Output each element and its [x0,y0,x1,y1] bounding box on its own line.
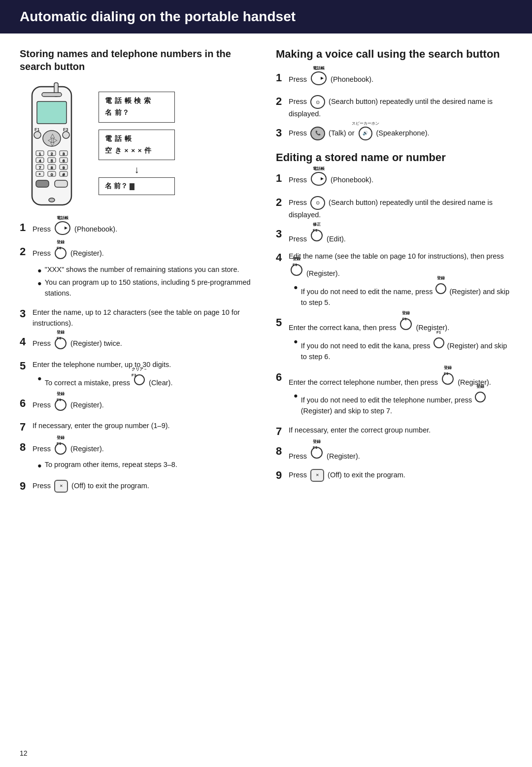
register-icon-8: 登録F1 [55,441,66,458]
svg-point-7 [63,132,69,138]
register-icon-e4b [435,283,446,294]
svg-text:4: 4 [39,159,41,163]
svg-text:9: 9 [63,166,65,170]
editing-section: Editing a stored name or number 1 Press … [276,151,512,482]
svg-text:0: 0 [51,172,53,177]
left-step-6: 6 Press 登録F1 (Register). [20,397,256,414]
svg-text:3: 3 [63,152,65,156]
off-icon-right-9: ✕ [310,469,324,482]
editing-section-title: Editing a stored name or number [276,151,512,164]
handset-area: F1 F3 △ ◁ ▷ ▽ 1 2 3 [20,82,256,211]
svg-text:*: * [39,172,40,177]
lcd-box-phonebook: 電 話 帳 空 き × × × 件 [99,130,175,161]
handset-image: F1 F3 △ ◁ ▷ ▽ 1 2 3 [20,82,89,211]
right-editing-step-9: 9 Press ✕ (Off) to exit the program. [276,469,512,482]
register-icon-4: 登録F1 [55,335,66,353]
right-making-step-1: 1 Press 電話帳 ▶ (Phonebook). [276,71,512,89]
lcd-box-search: 電 話 帳 検 索 名 前？ [99,92,175,123]
right-editing-step-7: 7 If necessary, enter the correct group … [276,425,512,438]
left-step-1: 1 Press 電話帳 ▶ (Phonebook). [20,221,256,238]
handset-svg: F1 F3 △ ◁ ▷ ▽ 1 2 3 [20,82,84,210]
svg-text:2: 2 [51,152,53,156]
speakerphone-icon-r3: 🔊 [359,127,372,140]
talk-icon-r3: 📞 [310,127,325,140]
left-step-2: 2 Press 登録F1 (Register). ● "XXX" shows t… [20,245,256,300]
cursor [130,183,134,190]
register-icon-2: 登録F1 [55,245,66,263]
svg-point-5 [34,132,41,138]
register-icon-e6b [475,392,486,402]
svg-text:6: 6 [63,159,65,163]
phonebook-icon-1: 電話帳 ▶ [55,221,70,238]
lcd-box-name: 名 前？ [99,177,175,195]
left-step-9: 9 Press ✕ (Off) to exit the program. [20,480,256,493]
right-editing-step-1: 1 Press 電話帳 ▶ (Phonebook). [276,172,512,189]
svg-text:7: 7 [39,166,41,170]
page-header: Automatic dialing on the portable handse… [0,0,532,33]
svg-point-39 [49,198,55,202]
svg-rect-38 [55,180,67,187]
making-section-title: Making a voice call using the search but… [276,47,512,62]
left-section-title: Storing names and telephone numbers in t… [20,47,256,73]
search-icon-e2: ⊙ [310,196,325,210]
right-editing-step-5: 5 Enter the correct kana, then press 登録F… [276,316,512,364]
svg-text:#: # [63,172,65,177]
left-step-3: 3 Enter the name, up to 12 characters (s… [20,307,256,329]
phonebook-icon-e1: 電話帳 ▶ [311,172,327,189]
svg-text:5: 5 [51,159,53,163]
right-editing-step-4: 4 Edit the name (see the table on page 1… [276,251,512,309]
left-step-8: 8 Press 登録F1 (Register). ● To program ot… [20,441,256,473]
right-editing-step-2: 2 Press ⊙ (Search button) repeatedly unt… [276,196,512,221]
search-icon-r2: ⊙ [310,95,325,109]
left-step-4: 4 Press 登録F1 (Register) twice. [20,335,256,353]
svg-text:1: 1 [39,152,41,156]
register-icon-6: 登録F1 [55,397,66,414]
lcd-boxes-area: 電 話 帳 検 索 名 前？ 電 話 帳 空 き × × × 件 ↓ 名 前？ [99,92,175,195]
page-title: Automatic dialing on the portable handse… [20,9,512,25]
svg-text:8: 8 [51,166,53,170]
right-editing-step-3: 3 Press 修正F1 (Edit). [276,228,512,245]
svg-rect-3 [37,101,66,124]
svg-rect-2 [42,93,62,97]
making-section-header: Making a voice call using the search but… [276,47,512,62]
right-column: Making a voice call using the search but… [276,47,512,500]
left-step-5: 5 Enter the telephone number, up to 30 d… [20,360,256,390]
svg-rect-37 [36,180,49,187]
svg-text:▽: ▽ [50,141,55,147]
page-number: 12 [20,749,28,757]
right-making-step-3: 3 Press 📞 (Talk) or スピーカーホン 🔊 (Speakerph… [276,127,512,140]
right-editing-step-6: 6 Enter the correct telephone number, th… [276,371,512,418]
left-step-7: 7 If necessary, enter the group number (… [20,421,256,434]
right-making-step-2: 2 Press ⊙ (Search button) repeatedly unt… [276,95,512,120]
register-icon-e5b [433,337,444,348]
right-editing-step-8: 8 Press 登録F1 (Register). [276,445,512,462]
phonebook-icon-r1: 電話帳 ▶ [311,71,327,89]
arrow-down: ↓ [99,162,175,177]
left-column: Storing names and telephone numbers in t… [20,47,256,500]
off-icon-left-9: ✕ [54,480,68,493]
